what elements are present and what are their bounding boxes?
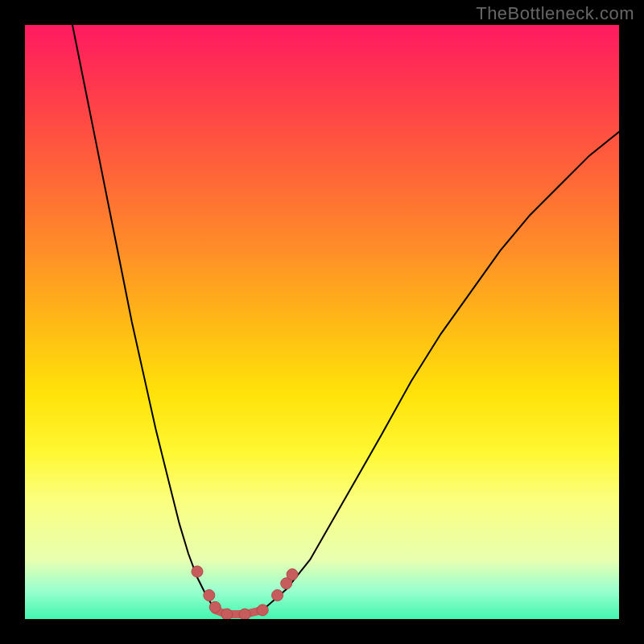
- plot-area: [25, 25, 619, 619]
- marker-dot: [272, 590, 283, 601]
- marker-dot: [209, 601, 221, 613]
- marker-dot: [287, 569, 298, 580]
- marker-group: [192, 566, 298, 619]
- marker-dot: [239, 609, 250, 619]
- chart-stage: TheBottleneck.com: [0, 0, 644, 644]
- watermark-text: TheBottleneck.com: [476, 3, 634, 24]
- marker-dot: [192, 566, 203, 577]
- marker-dot: [257, 605, 268, 616]
- curve-layer: [25, 25, 619, 619]
- bottleneck-curve: [72, 25, 619, 614]
- marker-dot: [204, 590, 215, 601]
- marker-dot: [221, 609, 233, 619]
